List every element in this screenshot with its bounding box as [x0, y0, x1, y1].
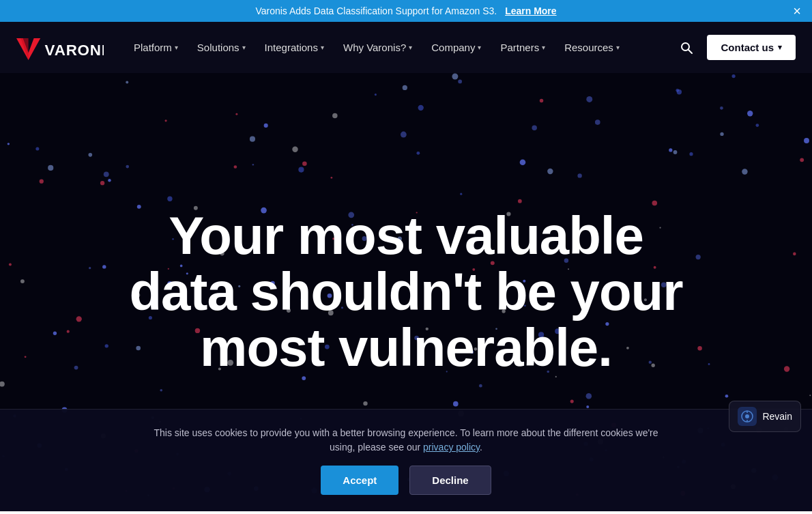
navbar: VARONIS Platform ▾ Solutions ▾ Integrati… — [0, 22, 812, 73]
varonis-logo[interactable]: VARONIS — [16, 35, 104, 60]
hero-text-block: Your most valuable data shouldn't be you… — [115, 208, 696, 376]
cookie-banner: This site uses cookies to provide you wi… — [0, 409, 812, 511]
nav-item-integrations[interactable]: Integrations ▾ — [257, 36, 332, 59]
privacy-policy-link[interactable]: privacy policy — [423, 442, 480, 453]
svg-text:VARONIS: VARONIS — [45, 41, 104, 58]
revain-label: Revain — [762, 411, 792, 422]
chevron-down-icon: ▾ — [778, 43, 782, 52]
nav-right: Contact us ▾ — [677, 35, 796, 60]
chevron-down-icon: ▾ — [542, 44, 545, 51]
svg-point-6 — [745, 414, 749, 418]
chevron-down-icon: ▾ — [409, 44, 412, 51]
announcement-bar: Varonis Adds Data Classification Support… — [0, 0, 812, 22]
chevron-down-icon: ▾ — [321, 44, 324, 51]
search-icon — [680, 41, 693, 55]
hero-section: Your most valuable data shouldn't be you… — [0, 73, 812, 511]
revain-logo-icon — [741, 410, 753, 423]
nav-item-company[interactable]: Company ▾ — [423, 36, 489, 59]
chevron-down-icon: ▾ — [478, 44, 481, 51]
cookie-message: This site uses cookies to provide you wi… — [147, 426, 665, 455]
contact-us-button[interactable]: Contact us ▾ — [707, 35, 796, 60]
search-button[interactable] — [677, 38, 696, 57]
announcement-link[interactable]: Learn More — [505, 5, 556, 16]
announcement-close-button[interactable]: × — [793, 4, 801, 18]
chevron-down-icon: ▾ — [242, 44, 246, 51]
svg-line-4 — [688, 50, 692, 53]
nav-links: Platform ▾ Solutions ▾ Integrations ▾ Wh… — [126, 36, 677, 59]
cookie-buttons: Accept Decline — [321, 466, 491, 495]
nav-item-platform[interactable]: Platform ▾ — [126, 36, 186, 59]
hero-title: Your most valuable data shouldn't be you… — [129, 208, 682, 376]
nav-item-why-varonis[interactable]: Why Varonis? ▾ — [335, 36, 420, 59]
decline-cookies-button[interactable]: Decline — [409, 466, 491, 495]
chevron-down-icon: ▾ — [616, 44, 620, 51]
nav-item-solutions[interactable]: Solutions ▾ — [189, 36, 254, 59]
announcement-text: Varonis Adds Data Classification Support… — [255, 5, 497, 16]
nav-item-partners[interactable]: Partners ▾ — [492, 36, 553, 59]
accept-cookies-button[interactable]: Accept — [321, 466, 398, 495]
nav-item-resources[interactable]: Resources ▾ — [556, 36, 628, 59]
revain-icon — [738, 407, 757, 426]
revain-widget[interactable]: Revain — [729, 401, 801, 432]
chevron-down-icon: ▾ — [175, 44, 178, 51]
